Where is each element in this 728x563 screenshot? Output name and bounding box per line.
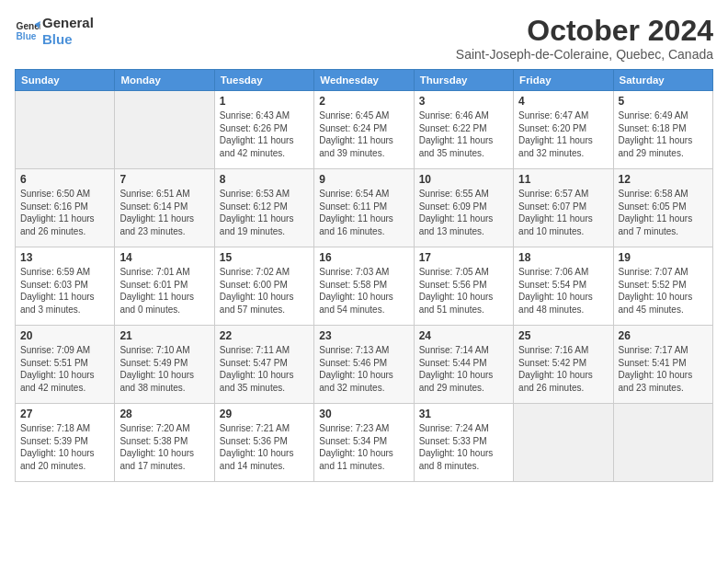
calendar-cell: 29Sunrise: 7:21 AM Sunset: 5:36 PM Dayli… (214, 404, 313, 482)
calendar-cell: 30Sunrise: 7:23 AM Sunset: 5:34 PM Dayli… (314, 404, 414, 482)
calendar-cell: 25Sunrise: 7:16 AM Sunset: 5:42 PM Dayli… (514, 326, 613, 404)
logo: General Blue General Blue (15, 15, 94, 48)
day-info: Sunrise: 7:09 AM Sunset: 5:51 PM Dayligh… (20, 344, 109, 394)
calendar-cell: 6Sunrise: 6:50 AM Sunset: 6:16 PM Daylig… (16, 169, 115, 247)
day-number: 26 (619, 329, 708, 342)
day-info: Sunrise: 6:43 AM Sunset: 6:26 PM Dayligh… (220, 109, 309, 159)
day-number: 10 (419, 173, 508, 186)
page-header: General Blue General Blue October 2024 S… (15, 15, 713, 62)
logo-text: General Blue (42, 15, 94, 48)
month-title: October 2024 (456, 15, 713, 47)
calendar-cell: 4Sunrise: 6:47 AM Sunset: 6:20 PM Daylig… (514, 91, 613, 169)
header-day-thursday: Thursday (414, 70, 513, 91)
calendar-cell: 9Sunrise: 6:54 AM Sunset: 6:11 PM Daylig… (314, 169, 414, 247)
day-info: Sunrise: 6:58 AM Sunset: 6:05 PM Dayligh… (619, 188, 708, 237)
calendar-header: SundayMondayTuesdayWednesdayThursdayFrid… (16, 70, 713, 91)
header-day-tuesday: Tuesday (214, 70, 313, 91)
logo-icon: General Blue (15, 18, 40, 44)
calendar-cell: 5Sunrise: 6:49 AM Sunset: 6:18 PM Daylig… (613, 91, 712, 169)
header-day-friday: Friday (514, 70, 613, 91)
day-number: 22 (220, 329, 309, 342)
calendar-cell: 22Sunrise: 7:11 AM Sunset: 5:47 PM Dayli… (214, 326, 313, 404)
day-info: Sunrise: 7:16 AM Sunset: 5:42 PM Dayligh… (518, 344, 608, 394)
day-number: 12 (619, 173, 708, 186)
header-day-wednesday: Wednesday (314, 70, 414, 91)
day-info: Sunrise: 7:24 AM Sunset: 5:33 PM Dayligh… (419, 422, 508, 472)
calendar-cell: 19Sunrise: 7:07 AM Sunset: 5:52 PM Dayli… (613, 247, 712, 326)
calendar-cell: 20Sunrise: 7:09 AM Sunset: 5:51 PM Dayli… (16, 326, 115, 404)
day-number: 21 (119, 329, 209, 342)
day-info: Sunrise: 6:51 AM Sunset: 6:14 PM Dayligh… (119, 188, 209, 237)
day-info: Sunrise: 7:03 AM Sunset: 5:58 PM Dayligh… (319, 266, 408, 316)
day-number: 1 (220, 95, 309, 108)
day-info: Sunrise: 7:11 AM Sunset: 5:47 PM Dayligh… (220, 344, 309, 394)
day-number: 9 (319, 173, 408, 186)
week-row-3: 20Sunrise: 7:09 AM Sunset: 5:51 PM Dayli… (16, 326, 713, 404)
day-info: Sunrise: 7:06 AM Sunset: 5:54 PM Dayligh… (518, 266, 608, 316)
day-info: Sunrise: 7:13 AM Sunset: 5:46 PM Dayligh… (319, 344, 408, 394)
calendar-cell: 8Sunrise: 6:53 AM Sunset: 6:12 PM Daylig… (214, 169, 313, 247)
day-info: Sunrise: 7:18 AM Sunset: 5:39 PM Dayligh… (20, 422, 109, 472)
day-number: 5 (619, 95, 708, 108)
day-number: 28 (119, 408, 209, 420)
day-info: Sunrise: 6:45 AM Sunset: 6:24 PM Dayligh… (319, 109, 408, 159)
calendar-cell (613, 404, 712, 482)
header-day-monday: Monday (115, 70, 214, 91)
day-number: 29 (220, 408, 309, 420)
day-info: Sunrise: 6:55 AM Sunset: 6:09 PM Dayligh… (419, 188, 508, 237)
header-row: SundayMondayTuesdayWednesdayThursdayFrid… (16, 70, 713, 91)
svg-text:Blue: Blue (17, 31, 37, 41)
day-info: Sunrise: 7:05 AM Sunset: 5:56 PM Dayligh… (419, 266, 508, 316)
day-info: Sunrise: 7:02 AM Sunset: 6:00 PM Dayligh… (220, 266, 309, 316)
day-info: Sunrise: 7:07 AM Sunset: 5:52 PM Dayligh… (619, 266, 708, 316)
day-number: 8 (220, 173, 309, 186)
day-number: 7 (119, 173, 209, 186)
day-info: Sunrise: 6:53 AM Sunset: 6:12 PM Dayligh… (220, 188, 309, 237)
week-row-2: 13Sunrise: 6:59 AM Sunset: 6:03 PM Dayli… (16, 247, 713, 326)
day-number: 23 (319, 329, 408, 342)
calendar-cell: 11Sunrise: 6:57 AM Sunset: 6:07 PM Dayli… (514, 169, 613, 247)
day-number: 17 (419, 251, 508, 264)
calendar-cell: 24Sunrise: 7:14 AM Sunset: 5:44 PM Dayli… (414, 326, 513, 404)
title-block: October 2024 Saint-Joseph-de-Coleraine, … (456, 15, 713, 62)
day-info: Sunrise: 6:54 AM Sunset: 6:11 PM Dayligh… (319, 188, 408, 237)
day-info: Sunrise: 7:21 AM Sunset: 5:36 PM Dayligh… (220, 422, 309, 472)
calendar-cell: 18Sunrise: 7:06 AM Sunset: 5:54 PM Dayli… (514, 247, 613, 326)
calendar-cell: 26Sunrise: 7:17 AM Sunset: 5:41 PM Dayli… (613, 326, 712, 404)
calendar-cell: 28Sunrise: 7:20 AM Sunset: 5:38 PM Dayli… (115, 404, 214, 482)
calendar-table: SundayMondayTuesdayWednesdayThursdayFrid… (15, 69, 713, 482)
day-number: 30 (319, 408, 408, 420)
calendar-body: 1Sunrise: 6:43 AM Sunset: 6:26 PM Daylig… (16, 91, 713, 482)
calendar-cell (16, 91, 115, 169)
day-number: 27 (20, 408, 109, 420)
day-number: 6 (20, 173, 109, 186)
calendar-cell (514, 404, 613, 482)
day-number: 15 (220, 251, 309, 264)
calendar-cell: 15Sunrise: 7:02 AM Sunset: 6:00 PM Dayli… (214, 247, 313, 326)
week-row-1: 6Sunrise: 6:50 AM Sunset: 6:16 PM Daylig… (16, 169, 713, 247)
day-info: Sunrise: 6:59 AM Sunset: 6:03 PM Dayligh… (20, 266, 109, 316)
calendar-cell: 27Sunrise: 7:18 AM Sunset: 5:39 PM Dayli… (16, 404, 115, 482)
svg-text:General: General (17, 21, 40, 31)
day-number: 18 (518, 251, 608, 264)
calendar-cell: 2Sunrise: 6:45 AM Sunset: 6:24 PM Daylig… (314, 91, 414, 169)
day-number: 3 (419, 95, 508, 108)
day-number: 25 (518, 329, 608, 342)
day-number: 4 (518, 95, 608, 108)
calendar-cell: 13Sunrise: 6:59 AM Sunset: 6:03 PM Dayli… (16, 247, 115, 326)
day-info: Sunrise: 7:20 AM Sunset: 5:38 PM Dayligh… (119, 422, 209, 472)
header-day-sunday: Sunday (16, 70, 115, 91)
calendar-cell: 3Sunrise: 6:46 AM Sunset: 6:22 PM Daylig… (414, 91, 513, 169)
day-number: 16 (319, 251, 408, 264)
day-info: Sunrise: 6:49 AM Sunset: 6:18 PM Dayligh… (619, 109, 708, 159)
location: Saint-Joseph-de-Coleraine, Quebec, Canad… (456, 47, 713, 62)
calendar-cell: 17Sunrise: 7:05 AM Sunset: 5:56 PM Dayli… (414, 247, 513, 326)
day-number: 31 (419, 408, 508, 420)
calendar-cell: 10Sunrise: 6:55 AM Sunset: 6:09 PM Dayli… (414, 169, 513, 247)
day-info: Sunrise: 7:17 AM Sunset: 5:41 PM Dayligh… (619, 344, 708, 394)
day-number: 24 (419, 329, 508, 342)
day-info: Sunrise: 6:57 AM Sunset: 6:07 PM Dayligh… (518, 188, 608, 237)
calendar-cell (115, 91, 214, 169)
day-info: Sunrise: 7:10 AM Sunset: 5:49 PM Dayligh… (119, 344, 209, 394)
calendar-cell: 12Sunrise: 6:58 AM Sunset: 6:05 PM Dayli… (613, 169, 712, 247)
